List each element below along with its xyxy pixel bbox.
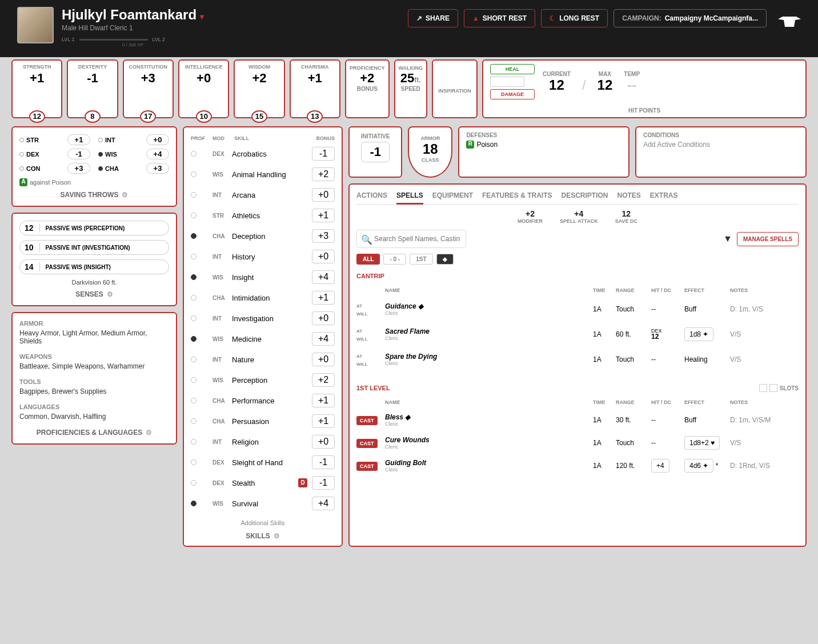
- skill-row[interactable]: INTArcana+0: [190, 185, 336, 205]
- spell-row[interactable]: CASTBless ◆Cleric1A30 ft.--BuffD: 1m, V/…: [356, 409, 799, 431]
- campfire-icon: ▲: [472, 14, 479, 22]
- darkvision-label: Darkvision 60 ft.: [19, 279, 169, 286]
- senses-panel: 12PASSIVE WIS (PERCEPTION)10PASSIVE INT …: [11, 213, 177, 306]
- tab-notes[interactable]: NOTES: [617, 191, 641, 201]
- proficiency-box[interactable]: PROFICIENCY +2 BONUS: [345, 59, 390, 118]
- spell-slot-checkbox[interactable]: [759, 384, 767, 392]
- ability-box[interactable]: INTELLIGENCE+010: [178, 59, 229, 118]
- gear-icon[interactable]: [107, 290, 113, 298]
- spell-filter-pill[interactable]: 1ST: [410, 254, 432, 265]
- tab-features-traits[interactable]: FEATURES & TRAITS: [482, 191, 552, 201]
- ability-box[interactable]: CHARISMA+113: [290, 59, 340, 118]
- header-actions: ↗SHARE ▲SHORT REST ☾LONG REST CAMPAIGN: …: [408, 7, 801, 27]
- campaign-button[interactable]: CAMPAIGN: Campaigny McCampaignfa...: [614, 9, 767, 27]
- share-icon: ↗: [416, 14, 422, 22]
- skill-row[interactable]: INTInvestigation+0: [190, 308, 336, 329]
- main-content: STRENGTH+112DEXTERITY-18CONSTITUTION+317…: [0, 57, 818, 547]
- ability-box[interactable]: STRENGTH+112: [11, 59, 62, 118]
- abilities-row: STRENGTH+112DEXTERITY-18CONSTITUTION+317…: [11, 57, 807, 121]
- manage-spells-button[interactable]: MANAGE SPELLS: [737, 232, 799, 246]
- skill-row[interactable]: INTHistory+0: [190, 246, 336, 267]
- heal-button[interactable]: HEAL: [490, 64, 535, 74]
- character-subtitle: Male Hill Dwarf Cleric 1: [62, 24, 204, 32]
- character-info: Hjulkyl Foamtankard Male Hill Dwarf Cler…: [62, 7, 204, 47]
- additional-skills-link[interactable]: Additional Skills: [190, 519, 336, 526]
- spell-row[interactable]: CASTGuiding BoltCleric1A120 ft.+44d6 ✦ *…: [356, 454, 799, 477]
- tab-extras[interactable]: EXTRAS: [650, 191, 678, 201]
- skill-row[interactable]: STRAthletics+1: [190, 205, 336, 226]
- xp-text: 0 / 300 XP: [62, 42, 204, 47]
- spell-row[interactable]: ATWILLSacred FlameCleric1A60 ft.DEX121d8…: [356, 322, 799, 347]
- detail-tabs: ACTIONSSPELLSEQUIPMENTFEATURES & TRAITSD…: [356, 191, 799, 205]
- tab-spells[interactable]: SPELLS: [396, 191, 423, 205]
- anvil-logo-icon[interactable]: [778, 10, 801, 27]
- damage-button[interactable]: DAMAGE: [490, 89, 535, 99]
- skill-row[interactable]: WISSurvival+4: [190, 493, 336, 514]
- save-row[interactable]: STR+1: [19, 134, 90, 145]
- spell-filter-pill[interactable]: ALL: [356, 254, 380, 265]
- cast-button[interactable]: CAST: [356, 462, 378, 471]
- avatar[interactable]: [17, 7, 54, 43]
- skill-row[interactable]: INTNature+0: [190, 349, 336, 370]
- skill-row[interactable]: CHAIntimidation+1: [190, 287, 336, 308]
- skill-row[interactable]: WISMedicine+4: [190, 329, 336, 349]
- skill-row[interactable]: WISPerception+2: [190, 370, 336, 390]
- gear-icon[interactable]: [274, 532, 280, 540]
- tab-actions[interactable]: ACTIONS: [356, 191, 387, 201]
- armor-class-shield[interactable]: ARMOR 18 CLASS: [408, 126, 452, 178]
- moon-icon: ☾: [550, 14, 556, 22]
- skill-row[interactable]: WISInsight+4: [190, 267, 336, 287]
- short-rest-button[interactable]: ▲SHORT REST: [464, 9, 535, 27]
- advantage-badge-icon: A: [19, 178, 27, 186]
- spell-search-input[interactable]: [356, 230, 466, 248]
- skills-panel: PROFMODSKILLBONUS DEXAcrobatics-1WISAnim…: [183, 126, 343, 547]
- long-rest-button[interactable]: ☾LONG REST: [541, 9, 608, 27]
- cast-button[interactable]: CAST: [356, 416, 378, 425]
- save-row[interactable]: CHA+3: [98, 163, 169, 174]
- save-row[interactable]: DEX-1: [19, 149, 90, 159]
- ability-box[interactable]: WISDOM+215: [234, 59, 284, 118]
- disadvantage-badge-icon: D: [298, 478, 307, 487]
- passive-sense-row: 10PASSIVE INT (INVESTIGATION): [19, 240, 169, 255]
- gear-icon[interactable]: [146, 429, 152, 437]
- passive-sense-row: 14PASSIVE WIS (INSIGHT): [19, 259, 169, 274]
- skill-row[interactable]: DEXSleight of Hand-1: [190, 452, 336, 473]
- character-name[interactable]: Hjulkyl Foamtankard: [62, 7, 204, 23]
- skill-row[interactable]: CHAPerformance+1: [190, 390, 336, 411]
- skill-row[interactable]: CHADeception+3: [190, 226, 336, 246]
- ability-box[interactable]: DEXTERITY-18: [67, 59, 118, 118]
- resistance-badge-icon: R: [466, 141, 474, 149]
- defenses-box[interactable]: DEFENSES RPoison: [458, 126, 629, 178]
- xp-bar: LVL 1 LVL 2: [62, 37, 204, 42]
- conditions-box[interactable]: CONDITIONS Add Active Conditions: [635, 126, 807, 178]
- tab-equipment[interactable]: EQUIPMENT: [432, 191, 473, 201]
- share-button[interactable]: ↗SHARE: [408, 9, 458, 27]
- skill-row[interactable]: INTReligion+0: [190, 431, 336, 452]
- inspiration-box[interactable]: INSPIRATION: [432, 59, 478, 118]
- spell-row[interactable]: CASTCure WoundsCleric1ATouch--1d8+2 ♥V/S: [356, 431, 799, 454]
- gear-icon[interactable]: [122, 191, 128, 199]
- initiative-box[interactable]: INITIATIVE -1: [348, 126, 402, 178]
- hp-amount-input[interactable]: [490, 77, 524, 87]
- speed-box[interactable]: WALKING 25ft. SPEED: [394, 59, 428, 118]
- spell-row[interactable]: ATWILLGuidance ◆Cleric1ATouch--BuffD: 1m…: [356, 297, 799, 322]
- concentration-filter-icon[interactable]: ◆: [436, 254, 454, 265]
- skill-row[interactable]: DEXAcrobatics-1: [190, 143, 336, 164]
- cast-button[interactable]: CAST: [356, 439, 378, 448]
- spell-filter-pill[interactable]: - 0 -: [383, 254, 406, 265]
- spell-row[interactable]: ATWILLSpare the DyingCleric1ATouch--Heal…: [356, 347, 799, 372]
- save-row[interactable]: CON+3: [19, 163, 90, 174]
- tab-description[interactable]: DESCRIPTION: [561, 191, 608, 201]
- save-row[interactable]: WIS+4: [98, 149, 169, 159]
- filter-icon[interactable]: ▼: [723, 234, 732, 244]
- ability-box[interactable]: CONSTITUTION+317: [123, 59, 174, 118]
- passive-sense-row: 12PASSIVE WIS (PERCEPTION): [19, 221, 169, 235]
- save-row[interactable]: INT+0: [98, 134, 169, 145]
- lvl-left-label: LVL 1: [62, 37, 75, 42]
- spells-panel: ACTIONSSPELLSEQUIPMENTFEATURES & TRAITSD…: [348, 183, 807, 547]
- xp-progress: [79, 39, 148, 41]
- skill-row[interactable]: CHAPersuasion+1: [190, 411, 336, 431]
- skill-row[interactable]: DEXStealthD-1: [190, 473, 336, 493]
- spell-slot-checkbox[interactable]: [769, 384, 777, 392]
- skill-row[interactable]: WISAnimal Handling+2: [190, 164, 336, 185]
